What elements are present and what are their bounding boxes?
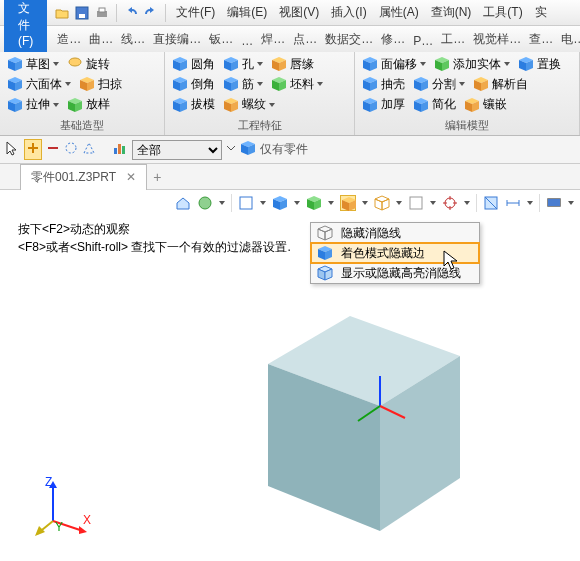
filter-dropdown-icon[interactable] bbox=[226, 140, 236, 159]
menu-item-hide-hidden-lines[interactable]: 隐藏消隐线 bbox=[311, 223, 479, 243]
add-selection-icon[interactable] bbox=[24, 139, 42, 160]
view-globe-icon[interactable] bbox=[197, 195, 213, 211]
blank-face-icon[interactable] bbox=[408, 195, 424, 211]
menu-file[interactable]: 文件(F) bbox=[171, 4, 220, 21]
ribbon-tab[interactable]: 造… bbox=[53, 27, 85, 52]
wireframe-icon[interactable] bbox=[374, 195, 390, 211]
ribbon-tab[interactable]: 钣… bbox=[205, 27, 237, 52]
hint-line: <F8>或者<Shift-roll> 查找下一个有效的过滤器设置. bbox=[18, 238, 291, 256]
ribbon-tab[interactable]: … bbox=[237, 30, 257, 52]
label: 坯料 bbox=[290, 76, 314, 93]
add-solid-button[interactable]: 添加实体 bbox=[431, 55, 513, 74]
view-iso-icon[interactable] bbox=[272, 195, 288, 211]
hole-button[interactable]: 孔 bbox=[220, 55, 266, 74]
loft-button[interactable]: 放样 bbox=[64, 95, 113, 114]
split-button[interactable]: 分割 bbox=[410, 75, 468, 94]
label: 面偏移 bbox=[381, 56, 417, 73]
draft-button[interactable]: 拔模 bbox=[169, 95, 218, 114]
svg-rect-75 bbox=[118, 144, 121, 154]
resolve-button[interactable]: 解析自 bbox=[470, 75, 531, 94]
svg-point-72 bbox=[66, 143, 76, 153]
new-document-tab-button[interactable]: + bbox=[153, 169, 161, 185]
inlay-button[interactable]: 镶嵌 bbox=[461, 95, 510, 114]
thread-button[interactable]: 螺纹 bbox=[220, 95, 278, 114]
ribbon-tab[interactable]: 线… bbox=[117, 27, 149, 52]
lip-button[interactable]: 唇缘 bbox=[268, 55, 317, 74]
chart-icon[interactable] bbox=[112, 140, 128, 159]
ribbon-tab[interactable]: 修… bbox=[377, 27, 409, 52]
menu-edit[interactable]: 编辑(E) bbox=[222, 4, 272, 21]
ribbon-tab[interactable]: 数据交… bbox=[321, 27, 377, 52]
remove-selection-icon[interactable] bbox=[46, 141, 60, 158]
render-icon[interactable] bbox=[546, 195, 562, 211]
select-circle-icon[interactable] bbox=[64, 141, 78, 158]
menu-insert[interactable]: 插入(I) bbox=[326, 4, 371, 21]
view-orient-icon[interactable] bbox=[306, 195, 322, 211]
measure-icon[interactable] bbox=[505, 195, 521, 211]
ribbon-tab[interactable]: 点… bbox=[289, 27, 321, 52]
face-offset-button[interactable]: 面偏移 bbox=[359, 55, 429, 74]
extrude-button[interactable]: 拉伸 bbox=[4, 95, 62, 114]
menu-attribute[interactable]: 属性(A) bbox=[374, 4, 424, 21]
label: 筋 bbox=[242, 76, 254, 93]
ribbon-tab[interactable]: 电… bbox=[557, 27, 580, 52]
svg-rect-98 bbox=[548, 199, 560, 206]
ribbon-tab[interactable]: 查… bbox=[525, 27, 557, 52]
chamfer-button[interactable]: 倒角 bbox=[169, 75, 218, 94]
document-tab[interactable]: 零件001.Z3PRT ✕ bbox=[20, 164, 147, 190]
label: 分割 bbox=[432, 76, 456, 93]
view-home-icon[interactable] bbox=[175, 195, 191, 211]
menu-query[interactable]: 查询(N) bbox=[426, 4, 477, 21]
stock-button[interactable]: 坯料 bbox=[268, 75, 326, 94]
ribbon-tab[interactable]: 焊… bbox=[257, 27, 289, 52]
thicken-button[interactable]: 加厚 bbox=[359, 95, 408, 114]
ribbon-file-tab[interactable]: 文件(F) bbox=[4, 0, 47, 52]
box-button[interactable]: 六面体 bbox=[4, 75, 74, 94]
filter-select[interactable]: 全部 bbox=[132, 140, 222, 160]
close-icon[interactable]: ✕ bbox=[126, 170, 136, 184]
label: 孔 bbox=[242, 56, 254, 73]
menu-more[interactable]: 实 bbox=[530, 4, 552, 21]
section-icon[interactable] bbox=[483, 195, 499, 211]
revolve-button[interactable]: 旋转 bbox=[64, 55, 113, 74]
fillet-button[interactable]: 圆角 bbox=[169, 55, 218, 74]
ribbon: 草图 旋转 六面体 扫掠 拉伸 放样 基础造型 圆角 孔 唇缘 倒角 筋 bbox=[0, 52, 580, 136]
select-poly-icon[interactable] bbox=[82, 141, 96, 158]
rib-button[interactable]: 筋 bbox=[220, 75, 266, 94]
menu-tools[interactable]: 工具(T) bbox=[478, 4, 527, 21]
target-icon[interactable] bbox=[442, 195, 458, 211]
view-fit-icon[interactable] bbox=[238, 195, 254, 211]
display-mode-icon[interactable] bbox=[340, 195, 356, 211]
sketch-button[interactable]: 草图 bbox=[4, 55, 62, 74]
print-icon[interactable] bbox=[93, 4, 111, 22]
ribbon-tab[interactable]: 曲… bbox=[85, 27, 117, 52]
label: 抽壳 bbox=[381, 76, 405, 93]
cursor-icon[interactable] bbox=[4, 140, 20, 159]
model-cube bbox=[250, 306, 480, 536]
cursor-icon bbox=[443, 250, 459, 272]
sweep-button[interactable]: 扫掠 bbox=[76, 75, 125, 94]
ribbon-tab[interactable]: 工… bbox=[437, 27, 469, 52]
svg-rect-76 bbox=[122, 146, 125, 154]
replace-button[interactable]: 置换 bbox=[515, 55, 564, 74]
hint-line: 按下<F2>动态的观察 bbox=[18, 220, 291, 238]
simplify-button[interactable]: 简化 bbox=[410, 95, 459, 114]
svg-marker-73 bbox=[84, 143, 94, 153]
open-folder-icon[interactable] bbox=[53, 4, 71, 22]
svg-rect-81 bbox=[240, 197, 252, 209]
save-icon[interactable] bbox=[73, 4, 91, 22]
viewport[interactable]: 按下<F2>动态的观察 <F8>或者<Shift-roll> 查找下一个有效的过… bbox=[0, 216, 580, 561]
redo-icon[interactable] bbox=[142, 4, 160, 22]
label: 倒角 bbox=[191, 76, 215, 93]
ribbon-tab[interactable]: 视觉样… bbox=[469, 27, 525, 52]
label: 置换 bbox=[537, 56, 561, 73]
hint-text: 按下<F2>动态的观察 <F8>或者<Shift-roll> 查找下一个有效的过… bbox=[18, 220, 291, 256]
ribbon-tab[interactable]: P… bbox=[409, 30, 437, 52]
menu-view[interactable]: 视图(V) bbox=[274, 4, 324, 21]
label: 放样 bbox=[86, 96, 110, 113]
ribbon-tab[interactable]: 直接编… bbox=[149, 27, 205, 52]
shell-button[interactable]: 抽壳 bbox=[359, 75, 408, 94]
undo-icon[interactable] bbox=[122, 4, 140, 22]
filter-cube-icon[interactable] bbox=[240, 140, 256, 159]
svg-text:X: X bbox=[83, 513, 91, 527]
